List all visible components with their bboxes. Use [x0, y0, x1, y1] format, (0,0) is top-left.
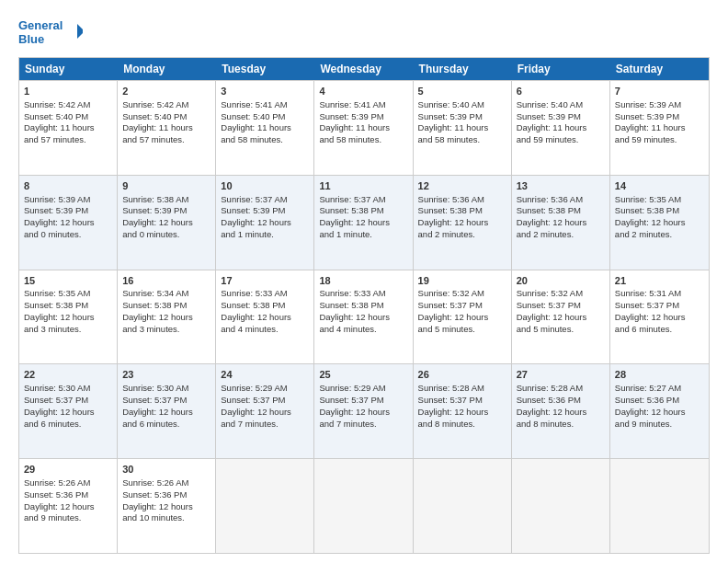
calendar-row: 8Sunrise: 5:39 AMSunset: 5:39 PMDaylight… [19, 175, 709, 270]
day-info: and 8 minutes. [418, 419, 506, 431]
day-info: Sunrise: 5:33 AM [221, 288, 309, 300]
day-number: 3 [221, 85, 309, 98]
day-info: and 58 minutes. [418, 134, 506, 146]
day-info: Sunrise: 5:31 AM [615, 288, 704, 300]
calendar: SundayMondayTuesdayWednesdayThursdayFrid… [18, 57, 710, 554]
day-info: Sunrise: 5:36 AM [517, 194, 605, 206]
day-number: 4 [319, 85, 407, 98]
day-number: 18 [319, 274, 407, 288]
calendar-cell: 16Sunrise: 5:34 AMSunset: 5:38 PMDayligh… [118, 270, 216, 364]
day-info: and 6 minutes. [615, 324, 704, 336]
weekday-header: Thursday [414, 58, 512, 80]
day-number: 9 [122, 179, 210, 193]
day-info: Sunrise: 5:35 AM [24, 288, 112, 300]
day-info: Sunset: 5:40 PM [221, 111, 309, 123]
svg-marker-2 [77, 24, 83, 39]
day-info: Daylight: 11 hours [24, 122, 112, 134]
day-info: and 8 minutes. [517, 419, 605, 431]
day-info: Sunrise: 5:37 AM [221, 194, 309, 206]
day-info: Sunset: 5:39 PM [517, 111, 605, 123]
day-info: Sunset: 5:36 PM [517, 395, 605, 407]
day-info: Daylight: 12 hours [615, 312, 704, 324]
day-number: 22 [24, 368, 112, 382]
day-info: Sunset: 5:39 PM [418, 111, 506, 123]
calendar-cell: 30Sunrise: 5:26 AMSunset: 5:36 PMDayligh… [118, 459, 216, 553]
day-info: Daylight: 11 hours [517, 122, 605, 134]
calendar-cell: 1Sunrise: 5:42 AMSunset: 5:40 PMDaylight… [19, 81, 118, 175]
day-number: 2 [122, 85, 210, 98]
calendar-cell: 3Sunrise: 5:41 AMSunset: 5:40 PMDaylight… [216, 81, 314, 175]
day-number: 28 [615, 368, 704, 382]
calendar-cell: 13Sunrise: 5:36 AMSunset: 5:38 PMDayligh… [512, 176, 610, 270]
calendar-row: 15Sunrise: 5:35 AMSunset: 5:38 PMDayligh… [19, 270, 709, 364]
calendar-cell: 29Sunrise: 5:26 AMSunset: 5:36 PMDayligh… [19, 459, 118, 553]
day-info: and 6 minutes. [24, 419, 112, 431]
day-number: 17 [221, 274, 309, 288]
calendar-cell: 22Sunrise: 5:30 AMSunset: 5:37 PMDayligh… [19, 364, 118, 458]
day-info: Sunset: 5:39 PM [24, 205, 112, 217]
day-info: and 0 minutes. [122, 229, 210, 241]
day-number: 7 [615, 85, 704, 98]
day-info: Daylight: 11 hours [221, 122, 309, 134]
day-number: 26 [418, 368, 506, 382]
calendar-cell: 19Sunrise: 5:32 AMSunset: 5:37 PMDayligh… [414, 270, 512, 364]
day-info: Sunset: 5:38 PM [517, 205, 605, 217]
day-info: Sunrise: 5:36 AM [418, 194, 506, 206]
day-info: and 57 minutes. [24, 134, 112, 146]
day-info: Sunset: 5:39 PM [615, 111, 704, 123]
day-number: 30 [122, 463, 210, 477]
day-info: Sunrise: 5:38 AM [122, 194, 210, 206]
day-info: Daylight: 12 hours [319, 217, 407, 229]
day-info: Sunrise: 5:28 AM [418, 383, 506, 395]
calendar-cell: 2Sunrise: 5:42 AMSunset: 5:40 PMDaylight… [118, 81, 216, 175]
day-info: and 3 minutes. [122, 324, 210, 336]
day-info: and 58 minutes. [319, 134, 407, 146]
day-info: Daylight: 12 hours [517, 407, 605, 419]
day-info: Daylight: 12 hours [221, 217, 309, 229]
day-number: 21 [615, 274, 704, 288]
calendar-cell: 18Sunrise: 5:33 AMSunset: 5:38 PMDayligh… [314, 270, 413, 364]
day-info: Sunset: 5:39 PM [319, 111, 407, 123]
day-info: Daylight: 12 hours [615, 407, 704, 419]
day-info: Sunrise: 5:41 AM [319, 99, 407, 111]
day-info: and 4 minutes. [221, 324, 309, 336]
day-info: Daylight: 12 hours [319, 407, 407, 419]
day-info: Sunrise: 5:39 AM [24, 194, 112, 206]
svg-text:General: General [18, 18, 63, 32]
weekday-header: Sunday [19, 58, 118, 80]
day-info: Sunset: 5:38 PM [615, 205, 704, 217]
calendar-cell: 20Sunrise: 5:32 AMSunset: 5:37 PMDayligh… [512, 270, 610, 364]
day-info: and 6 minutes. [122, 419, 210, 431]
day-info: and 0 minutes. [24, 229, 112, 241]
day-info: Sunset: 5:38 PM [319, 205, 407, 217]
calendar-cell: 11Sunrise: 5:37 AMSunset: 5:38 PMDayligh… [314, 176, 413, 270]
calendar-cell: 23Sunrise: 5:30 AMSunset: 5:37 PMDayligh… [118, 364, 216, 458]
day-number: 8 [24, 179, 112, 193]
day-info: Sunrise: 5:37 AM [319, 194, 407, 206]
calendar-cell: 26Sunrise: 5:28 AMSunset: 5:37 PMDayligh… [414, 364, 512, 458]
weekday-header: Monday [118, 58, 216, 80]
day-info: Daylight: 12 hours [517, 217, 605, 229]
calendar-cell: 24Sunrise: 5:29 AMSunset: 5:37 PMDayligh… [216, 364, 314, 458]
day-info: Daylight: 11 hours [615, 122, 704, 134]
day-number: 5 [418, 85, 506, 98]
day-info: Sunrise: 5:32 AM [418, 288, 506, 300]
day-info: Sunrise: 5:26 AM [24, 477, 112, 489]
day-info: and 9 minutes. [615, 419, 704, 431]
day-info: Daylight: 11 hours [122, 122, 210, 134]
day-info: Sunset: 5:37 PM [122, 395, 210, 407]
day-info: and 57 minutes. [122, 134, 210, 146]
day-info: and 10 minutes. [122, 512, 210, 524]
day-info: Sunset: 5:38 PM [319, 300, 407, 312]
day-info: and 5 minutes. [517, 324, 605, 336]
day-info: and 4 minutes. [319, 324, 407, 336]
calendar-cell: 5Sunrise: 5:40 AMSunset: 5:39 PMDaylight… [414, 81, 512, 175]
calendar-cell: 21Sunrise: 5:31 AMSunset: 5:37 PMDayligh… [610, 270, 709, 364]
calendar-cell: 7Sunrise: 5:39 AMSunset: 5:39 PMDaylight… [610, 81, 709, 175]
day-info: Daylight: 12 hours [122, 217, 210, 229]
calendar-cell: 6Sunrise: 5:40 AMSunset: 5:39 PMDaylight… [512, 81, 610, 175]
calendar-body: 1Sunrise: 5:42 AMSunset: 5:40 PMDaylight… [19, 80, 709, 553]
day-number: 1 [24, 85, 112, 98]
day-info: Sunrise: 5:41 AM [221, 99, 309, 111]
day-info: Sunrise: 5:35 AM [615, 194, 704, 206]
